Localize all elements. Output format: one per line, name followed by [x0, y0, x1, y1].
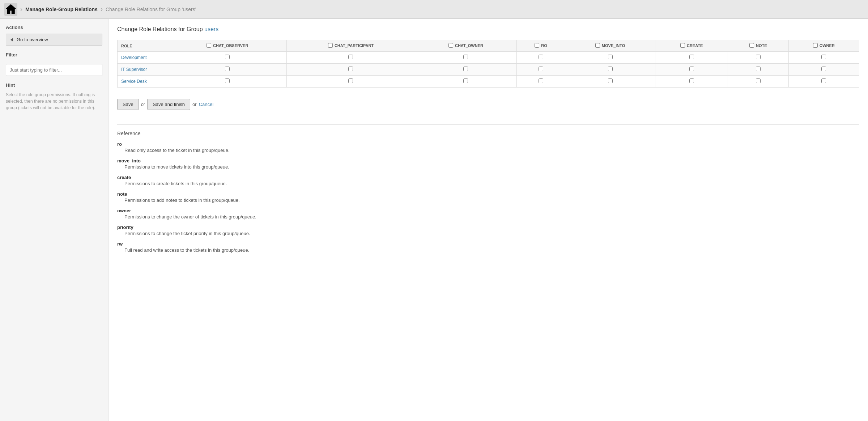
table-body: DevelopmentIT SupervisorService Desk — [118, 52, 859, 88]
role-cell[interactable]: IT Supervisor — [118, 64, 168, 76]
checkbox-1-6[interactable] — [756, 67, 761, 71]
checkbox-0-7[interactable] — [821, 55, 826, 59]
col-header-create: CREATE — [655, 40, 728, 52]
reference-item: priorityPermissions to change the ticket… — [117, 225, 859, 236]
reference-title: Reference — [117, 131, 859, 136]
filter-title: Filter — [6, 52, 102, 58]
section-divider — [117, 124, 859, 125]
table-row: Service Desk — [118, 76, 859, 88]
select-all-ro[interactable] — [535, 43, 539, 48]
table-row: Development — [118, 52, 859, 64]
col-header-ro: RO — [517, 40, 565, 52]
breadcrumb-item-2: Change Role Relations for Group 'users' — [106, 7, 196, 12]
checkbox-cell-1-6 — [728, 64, 788, 76]
cancel-button[interactable]: Cancel — [199, 102, 213, 107]
select-all-note[interactable] — [749, 43, 754, 48]
reference-key: priority — [117, 225, 859, 230]
select-all-chat-participant[interactable] — [328, 43, 333, 48]
reference-items: roRead only access to the ticket in this… — [117, 141, 859, 253]
col-header-chat-observer: CHAT_OBSERVER — [168, 40, 287, 52]
select-all-chat-observer[interactable] — [207, 43, 211, 48]
save-and-finish-button[interactable]: Save and finish — [147, 99, 190, 110]
checkbox-1-4[interactable] — [608, 67, 613, 71]
reference-item: rwFull read and write access to the tick… — [117, 241, 859, 253]
breadcrumb-separator: › — [20, 5, 22, 13]
checkbox-0-2[interactable] — [463, 55, 468, 59]
checkbox-cell-0-3 — [517, 52, 565, 64]
select-all-move-into[interactable] — [595, 43, 600, 48]
reference-key: ro — [117, 141, 859, 147]
home-button[interactable] — [4, 3, 17, 16]
checkbox-1-2[interactable] — [463, 67, 468, 71]
checkbox-0-5[interactable] — [689, 55, 694, 59]
group-name: users — [204, 26, 218, 32]
breadcrumb-separator-2: › — [101, 5, 103, 13]
col-header-chat-owner: CHAT_OWNER — [415, 40, 517, 52]
table-row: IT Supervisor — [118, 64, 859, 76]
checkbox-cell-1-1 — [287, 64, 415, 76]
checkbox-2-0[interactable] — [225, 78, 230, 83]
checkbox-cell-1-7 — [788, 64, 859, 76]
reference-description: Permissions to add notes to tickets in t… — [117, 197, 859, 203]
checkbox-2-1[interactable] — [348, 78, 353, 83]
checkbox-2-3[interactable] — [539, 78, 543, 83]
checkbox-cell-0-2 — [415, 52, 517, 64]
hint-text: Select the role:group permissions. If no… — [6, 92, 102, 111]
table-header-row: ROLE CHAT_OBSERVER CHAT_PARTICIPANT — [118, 40, 859, 52]
checkbox-0-6[interactable] — [756, 55, 761, 59]
home-icon — [4, 3, 17, 16]
checkbox-1-0[interactable] — [225, 67, 230, 71]
select-all-owner[interactable] — [813, 43, 818, 48]
checkbox-cell-0-6 — [728, 52, 788, 64]
col-header-move-into: MOVE_INTO — [565, 40, 655, 52]
checkbox-0-3[interactable] — [539, 55, 543, 59]
reference-item: ownerPermissions to change the owner of … — [117, 208, 859, 220]
sidebar: Actions Go to overview Filter Hint Selec… — [0, 19, 109, 421]
or-text-1: or — [141, 102, 145, 107]
arrow-left-icon — [10, 38, 13, 42]
checkbox-cell-2-7 — [788, 76, 859, 88]
checkbox-0-0[interactable] — [225, 55, 230, 59]
save-button[interactable]: Save — [117, 99, 139, 110]
reference-description: Permissions to change the owner of ticke… — [117, 214, 859, 220]
checkbox-2-4[interactable] — [608, 78, 613, 83]
checkbox-1-1[interactable] — [348, 67, 353, 71]
checkbox-cell-2-6 — [728, 76, 788, 88]
filter-input[interactable] — [6, 64, 102, 76]
checkbox-cell-1-3 — [517, 64, 565, 76]
role-cell[interactable]: Service Desk — [118, 76, 168, 88]
page-title-prefix: Change Role Relations for Group — [117, 26, 203, 32]
checkbox-cell-2-0 — [168, 76, 287, 88]
checkbox-2-5[interactable] — [689, 78, 694, 83]
breadcrumb-item-1[interactable]: Manage Role-Group Relations — [25, 7, 98, 12]
col-header-chat-participant: CHAT_PARTICIPANT — [287, 40, 415, 52]
select-all-chat-owner[interactable] — [448, 43, 453, 48]
role-cell[interactable]: Development — [118, 52, 168, 64]
breadcrumb: › Manage Role-Group Relations › Change R… — [0, 0, 868, 19]
checkbox-2-2[interactable] — [463, 78, 468, 83]
reference-item: createPermissions to create tickets in t… — [117, 175, 859, 186]
checkbox-1-5[interactable] — [689, 67, 694, 71]
reference-key: owner — [117, 208, 859, 213]
reference-item: move_intoPermissions to move tickets int… — [117, 158, 859, 170]
checkbox-cell-0-7 — [788, 52, 859, 64]
reference-description: Full read and write access to the ticket… — [117, 247, 859, 253]
reference-item: roRead only access to the ticket in this… — [117, 141, 859, 153]
col-header-note: NOTE — [728, 40, 788, 52]
hint-section: Hint Select the role:group permissions. … — [6, 82, 102, 111]
checkbox-1-7[interactable] — [821, 67, 826, 71]
action-buttons: Save or Save and finish or Cancel — [117, 95, 859, 114]
select-all-create[interactable] — [680, 43, 685, 48]
checkbox-2-7[interactable] — [821, 78, 826, 83]
go-to-overview-button[interactable]: Go to overview — [6, 34, 102, 46]
checkbox-cell-1-5 — [655, 64, 728, 76]
checkbox-1-3[interactable] — [539, 67, 543, 71]
checkbox-cell-2-4 — [565, 76, 655, 88]
checkbox-0-4[interactable] — [608, 55, 613, 59]
col-header-role: ROLE — [118, 40, 168, 52]
reference-section: Reference roRead only access to the tick… — [117, 131, 859, 253]
checkbox-0-1[interactable] — [348, 55, 353, 59]
checkbox-cell-1-2 — [415, 64, 517, 76]
checkbox-2-6[interactable] — [756, 78, 761, 83]
hint-title: Hint — [6, 82, 102, 88]
